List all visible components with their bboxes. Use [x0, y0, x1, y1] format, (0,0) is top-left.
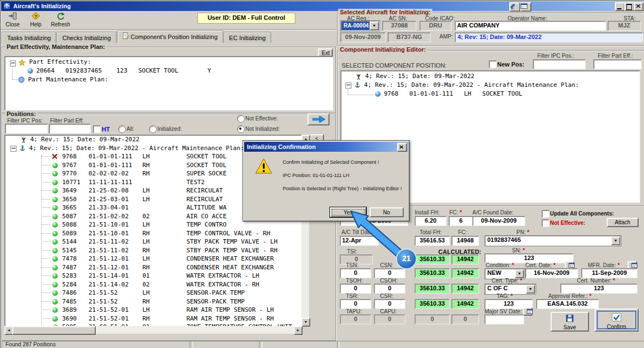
tab[interactable]: Component's Position Initializing [117, 30, 223, 43]
filter-ipc-input[interactable] [5, 124, 48, 134]
install-fh-value[interactable]: 6.20 [415, 216, 447, 226]
cert-date-value[interactable]: 16-Nov-2009 [525, 268, 578, 278]
position-row[interactable]: 5088 21-51-10-01 LH TEMP CONTRO [5, 220, 302, 229]
minimize-button[interactable] [615, 2, 625, 11]
dialog-close-icon[interactable] [397, 143, 407, 152]
selected-aircraft-title: Selected Aircraft for Initializing: [338, 9, 432, 15]
cert-type-dropdown-icon[interactable]: ▼ [526, 285, 535, 294]
radio-not-effective-label: Not Effective: [245, 115, 278, 121]
tab[interactable]: EC Initializing [224, 32, 272, 43]
counter-value-2[interactable]: 0 [374, 268, 405, 278]
counter-value-1[interactable]: 0 [340, 268, 371, 278]
editor-tree-branch[interactable]: 4; Rev.: 15; Date: 09-Mar-2022 - Aircraf… [364, 81, 579, 90]
save-button[interactable]: Save [551, 312, 589, 332]
position-id: 7486 [62, 289, 77, 297]
attach-button[interactable]: Attach [607, 218, 639, 227]
new-pos-checkbox[interactable] [489, 60, 497, 68]
position-row[interactable]: 3689 21-51-52-01 LH RAM AIR TEMP SENSOR … [5, 306, 302, 314]
help-button[interactable]: ? Help [25, 11, 47, 29]
counter-value-1[interactable]: 0 [340, 299, 371, 309]
save-button-label: Save [564, 324, 576, 330]
ext-button[interactable]: Ext [318, 48, 333, 57]
radio-not-effective[interactable] [237, 115, 245, 123]
positions-tree-branch[interactable]: 4; Rev.: 15; Date: 09-Mar-2022 - Aircraf… [29, 144, 244, 153]
expand-minus-icon[interactable] [10, 146, 16, 152]
counter-value-1[interactable]: 0 [340, 284, 371, 294]
position-row[interactable]: 7486 21-51-52 LH SENSOR-PACK TEMP [5, 289, 302, 297]
position-row[interactable]: 3690 21-51-52-01 RH RAM AIR TEMP SENSOR … [5, 314, 302, 323]
part-maintenance-plan-root[interactable]: Part Maintenance Plan: [28, 75, 108, 84]
position-row[interactable]: 5283 21-51-14-01 01 WATER EXTRACTOR - LH [5, 272, 302, 280]
refresh-button[interactable]: Refresh [48, 11, 73, 29]
approval-refer-value[interactable]: EASA.145.032 [536, 299, 599, 309]
counter-value-2[interactable]: 0 [374, 314, 405, 324]
counter-row: TSOH: CSOH: 0 0 35610.33 14942 [340, 278, 505, 293]
install-fc-value[interactable]: 6 [449, 216, 473, 226]
editor-filter-part-input[interactable] [593, 59, 642, 69]
titlebar-aircraft-icon[interactable] [509, 2, 520, 12]
editor-tree-root[interactable]: 4; Rev.: 15; Date: 09-Mar-2022 [365, 72, 475, 81]
tab[interactable]: Checks Initializing [57, 32, 116, 43]
no-button[interactable]: No [370, 207, 404, 217]
position-pos: LH [142, 289, 150, 297]
part-effectivity-icon [19, 59, 25, 67]
radio-initialized[interactable] [149, 125, 157, 133]
mfr-date-value[interactable]: 11-Sep-2009 [581, 268, 637, 278]
part-effectivity-tree[interactable]: Part Effectivity: 20664 0192837465 123 S… [4, 56, 333, 111]
ac-reg-dropdown-icon[interactable]: ▼ [370, 21, 379, 30]
ac-reg-combo[interactable]: RA-00004 ▼ [340, 20, 380, 31]
part-item[interactable]: 20664 0192837465 123 SOCKET TOOL Y [36, 67, 211, 75]
position-row[interactable]: 5144 21-51-11-02 LH STBY PACK TEMP VALVE… [5, 237, 302, 246]
position-ipc: 21-25-02-08 [89, 186, 129, 195]
counter-value-2[interactable]: 0 [374, 284, 405, 294]
scroll-right-icon[interactable]: ► [294, 326, 302, 335]
tab[interactable]: Tasks Initializing [2, 32, 56, 43]
close-button[interactable]: Close [2, 11, 24, 29]
major-sv-date-value[interactable] [485, 314, 524, 324]
new-pos-label: New Pos: [497, 61, 525, 68]
position-pos: LH [142, 152, 150, 161]
ac-till-date-value[interactable]: 12-Apr [340, 236, 379, 246]
titlebar-window-icon[interactable] [520, 2, 531, 12]
condition-dropdown-icon[interactable]: ▼ [515, 269, 524, 278]
counter-value-1[interactable]: 0 [340, 314, 371, 324]
counter-row: TAPU: CAPU: 0 0 0 0 [340, 308, 505, 324]
yes-button[interactable]: Yes [330, 207, 366, 217]
position-row[interactable]: 7478 21-51-12-01 LH CONDENSER HEAT EXCHA… [5, 255, 302, 263]
hscroll-thumb[interactable] [12, 326, 96, 335]
total-fh-value[interactable]: 35616.53 [415, 236, 450, 246]
pn-combo[interactable]: 0192837465 ▼ [485, 235, 621, 246]
restore-button[interactable] [624, 2, 634, 11]
filter-part-input[interactable] [49, 124, 91, 134]
amp-anchor-icon [354, 82, 361, 90]
scroll-down-icon[interactable]: ▼ [301, 318, 310, 327]
position-row[interactable]: 5284 21-51-14-02 02 WATER EXTRACTOR - RH [5, 280, 302, 289]
radio-not-initialized[interactable] [237, 125, 245, 133]
radio-all[interactable] [118, 125, 126, 133]
ac-found-date-value[interactable]: 09-Nov-2009 [472, 216, 525, 226]
tab-page-icon [123, 32, 129, 42]
confirm-button[interactable]: Confirm [595, 308, 639, 332]
positions-hscrollbar[interactable]: ◄ ► [4, 326, 301, 334]
not-effective-checkbox[interactable] [542, 219, 549, 227]
positions-tree-root[interactable]: 4; Rev.: 15; Date: 09-Mar-2022 [30, 135, 140, 144]
position-ipc: 21-51-12-01 [89, 255, 129, 263]
position-row[interactable]: 7485 21-51-52 RH SENSOR-PACK TEMP [5, 297, 302, 306]
cert-number-value[interactable]: 123 [560, 284, 637, 294]
editor-filter-ipc-input[interactable] [533, 59, 586, 69]
position-row[interactable]: 5145 21-51-11-02 RH STBY PACK TEMP VALVE… [5, 246, 302, 255]
ht-checkbox[interactable] [93, 125, 101, 133]
pn-dropdown-icon[interactable]: ▼ [611, 236, 620, 245]
expand-minus-icon[interactable] [10, 60, 16, 67]
position-row[interactable]: 7487 21-51-12-01 RH CONDENSER HEAT EXCHA… [5, 263, 302, 272]
part-effectivity-root[interactable]: Part Effectivity: [29, 58, 91, 67]
position-row[interactable]: 5089 21-51-10-01 RH TEMP CONTROL VALVE -… [5, 229, 302, 238]
counter-value-2[interactable]: 0 [374, 299, 405, 309]
transfer-right-button[interactable] [307, 113, 329, 125]
major-sv-calendar-icon[interactable] [523, 307, 532, 316]
update-all-checkbox[interactable] [542, 210, 549, 218]
editor-tree-item[interactable]: 9768 01-01-01-111 LH SOCKET TOOL [384, 90, 522, 98]
total-fc-value[interactable]: 14948 [452, 236, 479, 246]
close-window-button[interactable] [634, 2, 643, 11]
expand-minus-icon[interactable] [345, 82, 351, 89]
